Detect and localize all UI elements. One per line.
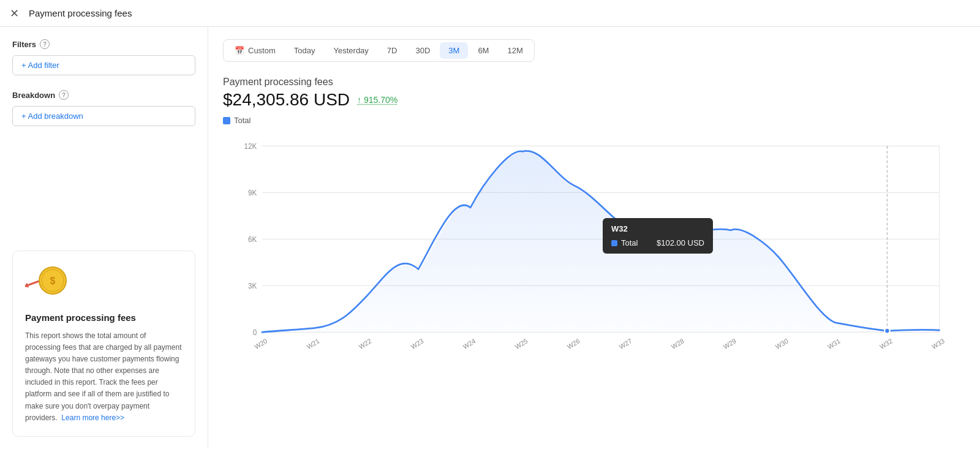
svg-text:3K: 3K [248, 282, 257, 290]
legend-dot [223, 117, 230, 124]
svg-text:6K: 6K [248, 235, 257, 244]
info-card-icon: $ [25, 263, 183, 305]
filters-label: Filters [12, 40, 36, 49]
calendar-icon: 📅 [235, 46, 244, 55]
time-filters: 📅 Custom Today Yesterday 7D 30D 3M 6M 12… [223, 39, 535, 62]
coin-icon: $ [25, 263, 68, 300]
filter-custom[interactable]: 📅 Custom [226, 42, 284, 59]
info-card-link[interactable]: Learn more here>> [61, 413, 124, 422]
filters-section: Filters ? + Add filter [12, 39, 195, 75]
svg-text:W21: W21 [306, 337, 321, 350]
chart-title: Payment processing fees [223, 77, 965, 88]
legend-label: Total [234, 116, 251, 125]
filter-6m[interactable]: 6M [469, 42, 497, 59]
chart-value-row: $24,305.86 USD ↑ 915.70% [223, 90, 965, 110]
filter-12m[interactable]: 12M [499, 42, 531, 59]
svg-text:W25: W25 [514, 337, 529, 350]
filter-30d[interactable]: 30D [407, 42, 439, 59]
chart-container: 12K 9K 6K 3K 0 W20 W21 [223, 132, 965, 365]
chart-value: $24,305.86 USD [223, 90, 350, 110]
svg-text:W27: W27 [618, 337, 633, 350]
svg-text:W33: W33 [930, 337, 946, 350]
filters-help-icon[interactable]: ? [40, 39, 50, 49]
chart-change: ↑ 915.70% [357, 95, 398, 105]
svg-marker-2 [25, 282, 29, 289]
close-button[interactable]: ✕ [10, 7, 19, 20]
info-card-title: Payment processing fees [25, 312, 183, 323]
svg-text:W31: W31 [826, 337, 842, 350]
title-bar: ✕ Payment processing fees [0, 0, 980, 27]
main-content: 📅 Custom Today Yesterday 7D 30D 3M 6M 12… [208, 27, 980, 449]
page-title: Payment processing fees [29, 8, 132, 18]
sidebar: Filters ? + Add filter Breakdown ? + Add… [0, 27, 208, 449]
svg-text:W20: W20 [253, 337, 268, 350]
chart-svg: 12K 9K 6K 3K 0 W20 W21 [223, 132, 965, 365]
svg-text:W23: W23 [410, 337, 425, 350]
svg-text:$: $ [50, 276, 56, 286]
svg-text:W26: W26 [566, 337, 581, 350]
svg-text:0: 0 [253, 328, 257, 337]
filter-3m[interactable]: 3M [440, 42, 468, 59]
info-card: $ Payment processing fees This report sh… [12, 251, 195, 437]
add-breakdown-button[interactable]: + Add breakdown [12, 106, 195, 126]
main-layout: Filters ? + Add filter Breakdown ? + Add… [0, 27, 980, 449]
svg-text:W24: W24 [462, 337, 477, 350]
svg-point-32 [884, 328, 890, 334]
svg-text:W30: W30 [774, 337, 790, 350]
svg-text:W22: W22 [358, 337, 373, 350]
chart-header: Payment processing fees $24,305.86 USD ↑… [223, 77, 965, 125]
legend-row: Total [223, 116, 965, 125]
svg-text:W32: W32 [878, 337, 894, 350]
svg-text:W28: W28 [670, 337, 685, 350]
filter-today[interactable]: Today [285, 42, 324, 59]
breakdown-label: Breakdown [12, 91, 55, 100]
svg-text:12K: 12K [244, 142, 257, 151]
info-card-description: This report shows the total amount of pr… [25, 330, 183, 424]
add-filter-button[interactable]: + Add filter [12, 55, 195, 75]
svg-text:W29: W29 [722, 337, 737, 350]
breakdown-section: Breakdown ? + Add breakdown [12, 90, 195, 126]
filter-yesterday[interactable]: Yesterday [325, 42, 377, 59]
breakdown-help-icon[interactable]: ? [59, 90, 69, 100]
filter-7d[interactable]: 7D [379, 42, 406, 59]
svg-text:9K: 9K [248, 189, 257, 197]
